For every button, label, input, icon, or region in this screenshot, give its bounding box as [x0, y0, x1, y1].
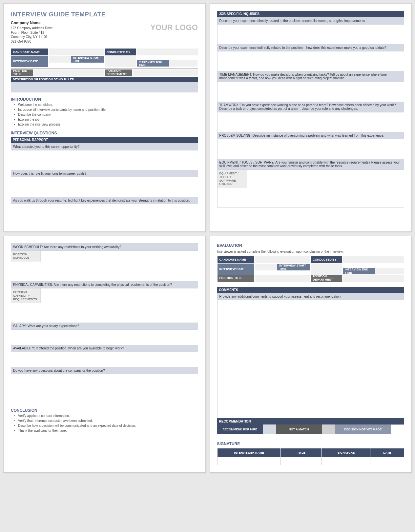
pos-sched-input[interactable] [41, 251, 198, 260]
comments-prompt: Provide any additional comments to suppo… [217, 293, 405, 300]
rec-pending-check[interactable] [391, 424, 404, 434]
job-q6: EQUIPMENT / TOOLS / SOFTWARE: Are you fa… [218, 159, 404, 170]
intro-list: Welcome the candidate. Introduce all int… [18, 103, 198, 126]
input-interview-date[interactable] [49, 56, 71, 63]
job-q2: Describe your experience indirectly rela… [218, 44, 404, 51]
input-conducted-by[interactable] [136, 49, 198, 56]
rapport-q2: How does this role fit your long-term ca… [11, 170, 198, 177]
p3-q5: Do you have any questions about the comp… [11, 367, 198, 374]
phys-cap-label: PHYSICAL CAPABILITY REQUIREMENTS [11, 288, 41, 303]
eval-end[interactable] [375, 268, 404, 274]
job-a5[interactable] [218, 139, 404, 159]
job-a1[interactable] [218, 25, 404, 44]
logo-placeholder: YOUR LOGO [150, 23, 198, 32]
sig-date[interactable] [370, 457, 404, 465]
doc-title: INTERVIEW GUIDE TEMPLATE [11, 11, 198, 18]
pos-sched-label: POSITION SCHEDULE [11, 251, 41, 262]
p3-q3: SALARY: What are your salary expectation… [11, 323, 198, 330]
input-position-title[interactable] [33, 69, 104, 76]
eval-date[interactable] [255, 264, 277, 270]
rec-pending[interactable]: DECISION NOT YET MADE [335, 424, 391, 434]
rec-hire-check[interactable] [263, 424, 276, 434]
sig-table: INTERVIEWER NAME TITLE SIGNATURE DATE [217, 448, 405, 465]
rec-notmatch-check[interactable] [322, 424, 335, 434]
p3-a1[interactable] [11, 262, 198, 281]
page-1: INTERVIEW GUIDE TEMPLATE YOUR LOGO Compa… [3, 3, 206, 232]
label-desc-position: DESCRIPTION OF POSITION BEING FILLED [11, 77, 198, 82]
rapport-heading: PERSONAL RAPPORT [11, 137, 198, 143]
comments-heading: COMMENTS [217, 287, 405, 293]
rec-heading: RECOMMENDATION [217, 418, 405, 424]
p3-q2: PHYSICAL CAPABILITIES: Are there any res… [11, 281, 198, 288]
phys-cap-input[interactable] [41, 288, 198, 300]
equip-input[interactable] [247, 170, 404, 181]
label-position-dept: POSITION DEPARTMENT [104, 69, 132, 76]
comments-body[interactable] [217, 300, 405, 418]
label-conducted-by: CONDUCTED BY [104, 49, 136, 56]
job-a3[interactable] [218, 82, 404, 102]
eval-start[interactable] [311, 263, 342, 275]
conclusion-list: Verify applicant contact information. Ve… [18, 414, 198, 432]
page-2: JOB SPECIFIC INQUIRIES Describe your exp… [210, 3, 412, 232]
rapport-q1: What attracted you to this career opport… [11, 143, 198, 150]
job-a4[interactable] [218, 112, 404, 132]
iq-heading: INTERVIEW QUESTIONS [11, 131, 198, 135]
eval-intro: Interviewer is asked complete the follow… [217, 250, 405, 253]
label-start-time: INTERVIEW START TIME [71, 56, 104, 63]
input-position-dept[interactable] [133, 69, 198, 76]
eval-heading: EVALUATION [217, 243, 405, 248]
input-end-time[interactable] [169, 60, 197, 67]
eval-pos-dept[interactable] [342, 275, 404, 282]
rec-options: RECOMMEND FOR HIRE NOT A MATCH DECISION … [217, 424, 405, 434]
job-q3: TIME MANAGEMENT: How do you make decisio… [218, 71, 404, 82]
eval-pos-title[interactable] [255, 275, 311, 282]
p3-q4: AVAILABILITY: If offered the position, w… [11, 345, 198, 352]
job-heading: JOB SPECIFIC INQUIRIES [217, 11, 405, 17]
label-interview-date: INTERVIEW DATE [11, 56, 49, 67]
label-candidate-name: CANDIDATE NAME [11, 49, 49, 56]
job-q4: TEAMWORK: Do you have experience working… [218, 102, 404, 112]
rec-hire[interactable]: RECOMMEND FOR HIRE [217, 424, 263, 434]
job-a2[interactable] [218, 51, 404, 71]
eval-conducted-by[interactable] [342, 256, 404, 263]
candidate-info-table: CANDIDATE NAME CONDUCTED BY INTERVIEW DA… [11, 48, 198, 67]
p3-a2[interactable] [11, 303, 198, 323]
rec-notmatch[interactable]: NOT A MATCH [276, 424, 322, 434]
sig-title[interactable] [281, 457, 322, 465]
label-end-time: INTERVIEW END TIME [137, 60, 169, 67]
rapport-q3: As you walk us through your resume, high… [11, 197, 198, 204]
rapport-a3[interactable] [11, 204, 198, 224]
p3-a3[interactable] [11, 330, 198, 345]
job-a6[interactable] [218, 188, 404, 207]
sig-name[interactable] [217, 457, 281, 465]
rapport-a1[interactable] [11, 150, 198, 170]
p3-a4[interactable] [11, 352, 198, 367]
eval-info-table: CANDIDATE NAME CONDUCTED BY INTERVIEW DA… [217, 256, 405, 282]
rapport-a2[interactable] [11, 177, 198, 197]
sig-heading: SIGNATURE [217, 442, 405, 446]
p3-a5[interactable] [11, 374, 198, 398]
p3-q1: WORK SCHEDULE: Are there any restriction… [11, 244, 198, 251]
eval-candidate-name[interactable] [255, 256, 311, 263]
job-q5: PROBLEM SOLVING: Describe an instance of… [218, 132, 404, 139]
intro-heading: INTRODUCTION [11, 97, 198, 102]
label-position-title: POSITION TITLE [11, 69, 33, 76]
job-q1: Describe your experience directly relate… [218, 17, 404, 25]
input-start-time[interactable] [104, 56, 136, 67]
input-desc-position[interactable] [11, 82, 198, 92]
sig-signature[interactable] [322, 457, 370, 465]
page-3: WORK SCHEDULE: Are there any restriction… [3, 236, 206, 473]
equip-label: EQUIPMENT / TOOLS / SOFTWARE UTILIZED: [218, 170, 247, 188]
page-4: EVALUATION Interviewer is asked complete… [210, 236, 412, 473]
conclusion-heading: CONCLUSION [11, 408, 198, 413]
input-candidate-name[interactable] [48, 49, 104, 56]
